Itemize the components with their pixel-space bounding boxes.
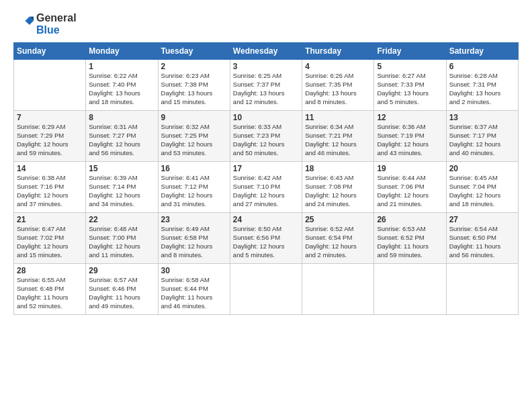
table-row: 22Sunrise: 6:48 AM Sunset: 7:00 PM Dayli… (86, 213, 158, 264)
day-info: Sunrise: 6:45 AM Sunset: 7:04 PM Dayligh… (449, 174, 515, 208)
table-row: 20Sunrise: 6:45 AM Sunset: 7:04 PM Dayli… (446, 162, 518, 213)
day-number: 24 (233, 215, 299, 224)
table-row: 30Sunrise: 6:58 AM Sunset: 6:44 PM Dayli… (158, 264, 230, 315)
day-number: 27 (449, 215, 515, 224)
day-info: Sunrise: 6:55 AM Sunset: 6:48 PM Dayligh… (17, 276, 83, 310)
day-info: Sunrise: 6:39 AM Sunset: 7:14 PM Dayligh… (89, 174, 154, 208)
day-info: Sunrise: 6:37 AM Sunset: 7:17 PM Dayligh… (449, 123, 515, 157)
day-number: 12 (377, 113, 443, 122)
col-saturday: Saturday (446, 43, 518, 60)
table-row: 10Sunrise: 6:33 AM Sunset: 7:23 PM Dayli… (230, 111, 302, 162)
day-number: 26 (377, 215, 443, 224)
calendar-week-row: 28Sunrise: 6:55 AM Sunset: 6:48 PM Dayli… (14, 264, 519, 315)
table-row: 29Sunrise: 6:57 AM Sunset: 6:46 PM Dayli… (86, 264, 158, 315)
table-row: 24Sunrise: 6:50 AM Sunset: 6:56 PM Dayli… (230, 213, 302, 264)
table-row: 7Sunrise: 6:29 AM Sunset: 7:29 PM Daylig… (14, 111, 86, 162)
day-info: Sunrise: 6:44 AM Sunset: 7:06 PM Dayligh… (377, 174, 443, 208)
day-number: 19 (377, 164, 443, 173)
day-number: 9 (161, 113, 227, 122)
header: General Blue (13, 12, 519, 36)
table-row (14, 60, 86, 111)
table-row: 21Sunrise: 6:47 AM Sunset: 7:02 PM Dayli… (14, 213, 86, 264)
day-number: 1 (89, 62, 154, 71)
day-number: 20 (449, 164, 515, 173)
page: General Blue Sunday Monday Tuesday Wedne… (0, 0, 532, 411)
logo-icon (15, 13, 34, 32)
day-number: 5 (377, 62, 443, 71)
day-number: 23 (161, 215, 227, 224)
day-number: 30 (161, 266, 227, 275)
day-info: Sunrise: 6:47 AM Sunset: 7:02 PM Dayligh… (17, 225, 83, 259)
day-info: Sunrise: 6:36 AM Sunset: 7:19 PM Dayligh… (377, 123, 443, 157)
day-number: 29 (89, 266, 154, 275)
day-info: Sunrise: 6:22 AM Sunset: 7:40 PM Dayligh… (89, 72, 154, 106)
day-info: Sunrise: 6:28 AM Sunset: 7:31 PM Dayligh… (449, 72, 515, 106)
table-row: 14Sunrise: 6:38 AM Sunset: 7:16 PM Dayli… (14, 162, 86, 213)
table-row: 8Sunrise: 6:31 AM Sunset: 7:27 PM Daylig… (86, 111, 158, 162)
table-row: 3Sunrise: 6:25 AM Sunset: 7:37 PM Daylig… (230, 60, 302, 111)
calendar-week-row: 21Sunrise: 6:47 AM Sunset: 7:02 PM Dayli… (14, 213, 519, 264)
table-row: 4Sunrise: 6:26 AM Sunset: 7:35 PM Daylig… (302, 60, 374, 111)
table-row: 19Sunrise: 6:44 AM Sunset: 7:06 PM Dayli… (374, 162, 446, 213)
day-number: 2 (161, 62, 227, 71)
day-info: Sunrise: 6:58 AM Sunset: 6:44 PM Dayligh… (161, 276, 227, 310)
table-row: 27Sunrise: 6:54 AM Sunset: 6:50 PM Dayli… (446, 213, 518, 264)
day-number: 7 (17, 113, 83, 122)
table-row: 13Sunrise: 6:37 AM Sunset: 7:17 PM Dayli… (446, 111, 518, 162)
day-info: Sunrise: 6:53 AM Sunset: 6:52 PM Dayligh… (377, 225, 443, 259)
day-number: 15 (89, 164, 154, 173)
day-number: 10 (233, 113, 299, 122)
table-row: 15Sunrise: 6:39 AM Sunset: 7:14 PM Dayli… (86, 162, 158, 213)
calendar-week-row: 7Sunrise: 6:29 AM Sunset: 7:29 PM Daylig… (14, 111, 519, 162)
day-number: 6 (449, 62, 515, 71)
day-number: 17 (233, 164, 299, 173)
day-info: Sunrise: 6:50 AM Sunset: 6:56 PM Dayligh… (233, 225, 299, 259)
day-info: Sunrise: 6:26 AM Sunset: 7:35 PM Dayligh… (305, 72, 371, 106)
table-row: 18Sunrise: 6:43 AM Sunset: 7:08 PM Dayli… (302, 162, 374, 213)
table-row: 23Sunrise: 6:49 AM Sunset: 6:58 PM Dayli… (158, 213, 230, 264)
table-row: 25Sunrise: 6:52 AM Sunset: 6:54 PM Dayli… (302, 213, 374, 264)
day-info: Sunrise: 6:41 AM Sunset: 7:12 PM Dayligh… (161, 174, 227, 208)
day-number: 11 (305, 113, 371, 122)
day-number: 21 (17, 215, 83, 224)
day-number: 16 (161, 164, 227, 173)
table-row: 16Sunrise: 6:41 AM Sunset: 7:12 PM Dayli… (158, 162, 230, 213)
table-row: 9Sunrise: 6:32 AM Sunset: 7:25 PM Daylig… (158, 111, 230, 162)
day-info: Sunrise: 6:23 AM Sunset: 7:38 PM Dayligh… (161, 72, 227, 106)
col-sunday: Sunday (14, 43, 86, 60)
table-row (230, 264, 302, 315)
table-row: 2Sunrise: 6:23 AM Sunset: 7:38 PM Daylig… (158, 60, 230, 111)
day-number: 3 (233, 62, 299, 71)
day-number: 8 (89, 113, 154, 122)
day-number: 28 (17, 266, 83, 275)
table-row: 17Sunrise: 6:42 AM Sunset: 7:10 PM Dayli… (230, 162, 302, 213)
table-row: 5Sunrise: 6:27 AM Sunset: 7:33 PM Daylig… (374, 60, 446, 111)
day-info: Sunrise: 6:29 AM Sunset: 7:29 PM Dayligh… (17, 123, 83, 157)
day-info: Sunrise: 6:54 AM Sunset: 6:50 PM Dayligh… (449, 225, 515, 259)
table-row (446, 264, 518, 315)
day-info: Sunrise: 6:42 AM Sunset: 7:10 PM Dayligh… (233, 174, 299, 208)
day-info: Sunrise: 6:27 AM Sunset: 7:33 PM Dayligh… (377, 72, 443, 106)
day-info: Sunrise: 6:32 AM Sunset: 7:25 PM Dayligh… (161, 123, 227, 157)
day-info: Sunrise: 6:38 AM Sunset: 7:16 PM Dayligh… (17, 174, 83, 208)
day-info: Sunrise: 6:43 AM Sunset: 7:08 PM Dayligh… (305, 174, 371, 208)
calendar-header-row: Sunday Monday Tuesday Wednesday Thursday… (14, 43, 519, 60)
table-row: 28Sunrise: 6:55 AM Sunset: 6:48 PM Dayli… (14, 264, 86, 315)
day-info: Sunrise: 6:48 AM Sunset: 7:00 PM Dayligh… (89, 225, 154, 259)
day-number: 4 (305, 62, 371, 71)
day-info: Sunrise: 6:49 AM Sunset: 6:58 PM Dayligh… (161, 225, 227, 259)
calendar-table: Sunday Monday Tuesday Wednesday Thursday… (13, 42, 519, 315)
day-info: Sunrise: 6:52 AM Sunset: 6:54 PM Dayligh… (305, 225, 371, 259)
table-row: 12Sunrise: 6:36 AM Sunset: 7:19 PM Dayli… (374, 111, 446, 162)
day-number: 13 (449, 113, 515, 122)
day-number: 18 (305, 164, 371, 173)
day-info: Sunrise: 6:34 AM Sunset: 7:21 PM Dayligh… (305, 123, 371, 157)
day-number: 14 (17, 164, 83, 173)
table-row: 11Sunrise: 6:34 AM Sunset: 7:21 PM Dayli… (302, 111, 374, 162)
col-monday: Monday (86, 43, 158, 60)
calendar-week-row: 14Sunrise: 6:38 AM Sunset: 7:16 PM Dayli… (14, 162, 519, 213)
table-row (374, 264, 446, 315)
day-info: Sunrise: 6:25 AM Sunset: 7:37 PM Dayligh… (233, 72, 299, 106)
table-row (302, 264, 374, 315)
day-number: 25 (305, 215, 371, 224)
